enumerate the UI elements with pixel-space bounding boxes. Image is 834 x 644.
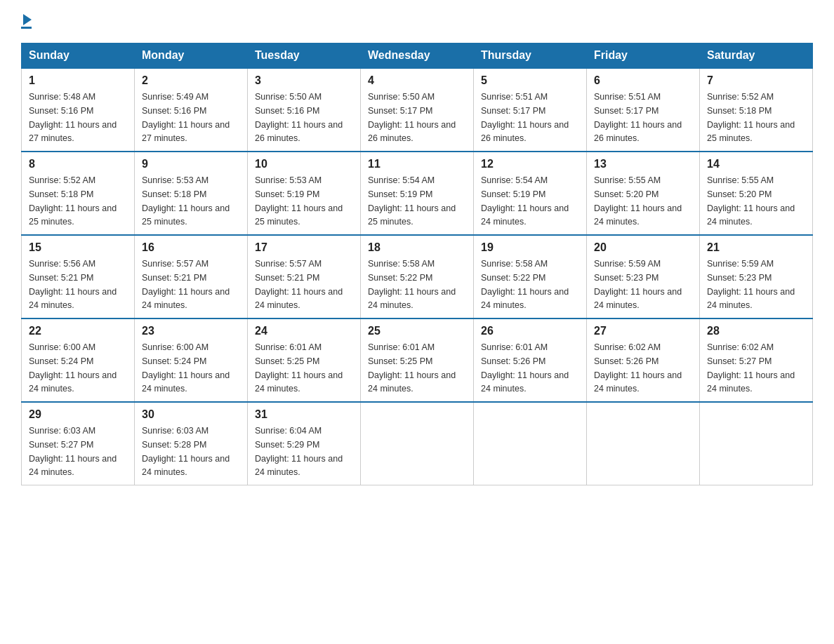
day-info: Sunrise: 5:54 AMSunset: 5:19 PMDaylight:…	[368, 175, 456, 227]
calendar-cell: 25 Sunrise: 6:01 AMSunset: 5:25 PMDaylig…	[361, 318, 474, 402]
day-info: Sunrise: 5:59 AMSunset: 5:23 PMDaylight:…	[707, 259, 795, 310]
calendar-header-wednesday: Wednesday	[361, 43, 474, 69]
logo-arrow-icon	[23, 14, 32, 25]
day-info: Sunrise: 6:04 AMSunset: 5:29 PMDaylight:…	[255, 426, 343, 477]
day-number: 25	[368, 325, 466, 337]
day-number: 12	[481, 158, 579, 170]
calendar-cell: 28 Sunrise: 6:02 AMSunset: 5:27 PMDaylig…	[700, 318, 813, 402]
day-info: Sunrise: 5:51 AMSunset: 5:17 PMDaylight:…	[594, 92, 682, 143]
day-number: 18	[368, 241, 466, 254]
calendar-cell: 20 Sunrise: 5:59 AMSunset: 5:23 PMDaylig…	[587, 235, 700, 318]
day-number: 14	[707, 158, 805, 170]
day-info: Sunrise: 5:58 AMSunset: 5:22 PMDaylight:…	[481, 259, 569, 310]
calendar-cell: 4 Sunrise: 5:50 AMSunset: 5:17 PMDayligh…	[361, 68, 474, 152]
calendar-week-row: 8 Sunrise: 5:52 AMSunset: 5:18 PMDayligh…	[22, 152, 813, 235]
day-info: Sunrise: 5:53 AMSunset: 5:18 PMDaylight:…	[142, 175, 230, 227]
day-info: Sunrise: 5:53 AMSunset: 5:19 PMDaylight:…	[255, 175, 343, 227]
day-info: Sunrise: 6:00 AMSunset: 5:24 PMDaylight:…	[142, 342, 230, 394]
calendar-header-tuesday: Tuesday	[248, 43, 361, 69]
calendar-cell: 5 Sunrise: 5:51 AMSunset: 5:17 PMDayligh…	[474, 68, 587, 152]
day-number: 29	[29, 408, 127, 421]
logo-blue-part	[21, 14, 32, 25]
day-info: Sunrise: 6:00 AMSunset: 5:24 PMDaylight:…	[29, 342, 117, 394]
logo-underline	[21, 27, 32, 29]
day-number: 8	[29, 158, 127, 170]
calendar-header-row: SundayMondayTuesdayWednesdayThursdayFrid…	[22, 43, 813, 69]
day-number: 27	[594, 325, 692, 337]
day-info: Sunrise: 5:50 AMSunset: 5:17 PMDaylight:…	[368, 92, 456, 143]
calendar-cell: 31 Sunrise: 6:04 AMSunset: 5:29 PMDaylig…	[248, 402, 361, 485]
calendar-cell: 21 Sunrise: 5:59 AMSunset: 5:23 PMDaylig…	[700, 235, 813, 318]
day-info: Sunrise: 6:01 AMSunset: 5:25 PMDaylight:…	[255, 342, 343, 394]
calendar-header-monday: Monday	[135, 43, 248, 69]
day-info: Sunrise: 6:03 AMSunset: 5:27 PMDaylight:…	[29, 426, 117, 477]
calendar-header-thursday: Thursday	[474, 43, 587, 69]
day-info: Sunrise: 6:01 AMSunset: 5:26 PMDaylight:…	[481, 342, 569, 394]
day-info: Sunrise: 5:52 AMSunset: 5:18 PMDaylight:…	[707, 92, 795, 143]
day-number: 3	[255, 74, 353, 87]
day-info: Sunrise: 5:48 AMSunset: 5:16 PMDaylight:…	[29, 92, 117, 143]
calendar-cell: 9 Sunrise: 5:53 AMSunset: 5:18 PMDayligh…	[135, 152, 248, 235]
logo	[21, 14, 32, 29]
calendar-table: SundayMondayTuesdayWednesdayThursdayFrid…	[21, 43, 813, 485]
calendar-week-row: 15 Sunrise: 5:56 AMSunset: 5:21 PMDaylig…	[22, 235, 813, 318]
day-info: Sunrise: 6:01 AMSunset: 5:25 PMDaylight:…	[368, 342, 456, 394]
calendar-cell: 18 Sunrise: 5:58 AMSunset: 5:22 PMDaylig…	[361, 235, 474, 318]
calendar-cell: 15 Sunrise: 5:56 AMSunset: 5:21 PMDaylig…	[22, 235, 135, 318]
day-number: 24	[255, 325, 353, 337]
day-info: Sunrise: 5:52 AMSunset: 5:18 PMDaylight:…	[29, 175, 117, 227]
day-info: Sunrise: 5:57 AMSunset: 5:21 PMDaylight:…	[142, 259, 230, 310]
calendar-cell: 13 Sunrise: 5:55 AMSunset: 5:20 PMDaylig…	[587, 152, 700, 235]
day-info: Sunrise: 5:54 AMSunset: 5:19 PMDaylight:…	[481, 175, 569, 227]
calendar-cell: 23 Sunrise: 6:00 AMSunset: 5:24 PMDaylig…	[135, 318, 248, 402]
day-info: Sunrise: 5:57 AMSunset: 5:21 PMDaylight:…	[255, 259, 343, 310]
day-info: Sunrise: 5:49 AMSunset: 5:16 PMDaylight:…	[142, 92, 230, 143]
day-number: 7	[707, 74, 805, 87]
day-number: 11	[368, 158, 466, 170]
day-number: 22	[29, 325, 127, 337]
calendar-cell	[587, 402, 700, 485]
calendar-header-saturday: Saturday	[700, 43, 813, 69]
day-number: 9	[142, 158, 240, 170]
day-number: 20	[594, 241, 692, 254]
calendar-cell: 26 Sunrise: 6:01 AMSunset: 5:26 PMDaylig…	[474, 318, 587, 402]
day-number: 2	[142, 74, 240, 87]
calendar-cell	[474, 402, 587, 485]
calendar-cell: 30 Sunrise: 6:03 AMSunset: 5:28 PMDaylig…	[135, 402, 248, 485]
calendar-cell: 7 Sunrise: 5:52 AMSunset: 5:18 PMDayligh…	[700, 68, 813, 152]
calendar-cell: 22 Sunrise: 6:00 AMSunset: 5:24 PMDaylig…	[22, 318, 135, 402]
day-info: Sunrise: 5:56 AMSunset: 5:21 PMDaylight:…	[29, 259, 117, 310]
calendar-week-row: 22 Sunrise: 6:00 AMSunset: 5:24 PMDaylig…	[22, 318, 813, 402]
day-info: Sunrise: 5:55 AMSunset: 5:20 PMDaylight:…	[707, 175, 795, 227]
calendar-header-friday: Friday	[587, 43, 700, 69]
calendar-week-row: 29 Sunrise: 6:03 AMSunset: 5:27 PMDaylig…	[22, 402, 813, 485]
day-info: Sunrise: 6:02 AMSunset: 5:27 PMDaylight:…	[707, 342, 795, 394]
calendar-cell: 1 Sunrise: 5:48 AMSunset: 5:16 PMDayligh…	[22, 68, 135, 152]
calendar-cell: 10 Sunrise: 5:53 AMSunset: 5:19 PMDaylig…	[248, 152, 361, 235]
calendar-cell: 17 Sunrise: 5:57 AMSunset: 5:21 PMDaylig…	[248, 235, 361, 318]
day-number: 10	[255, 158, 353, 170]
day-info: Sunrise: 6:02 AMSunset: 5:26 PMDaylight:…	[594, 342, 682, 394]
day-number: 19	[481, 241, 579, 254]
calendar-cell: 14 Sunrise: 5:55 AMSunset: 5:20 PMDaylig…	[700, 152, 813, 235]
calendar-cell: 29 Sunrise: 6:03 AMSunset: 5:27 PMDaylig…	[22, 402, 135, 485]
day-number: 31	[255, 408, 353, 421]
day-info: Sunrise: 5:51 AMSunset: 5:17 PMDaylight:…	[481, 92, 569, 143]
calendar-cell: 27 Sunrise: 6:02 AMSunset: 5:26 PMDaylig…	[587, 318, 700, 402]
calendar-cell	[700, 402, 813, 485]
day-number: 1	[29, 74, 127, 87]
calendar-cell	[361, 402, 474, 485]
day-number: 13	[594, 158, 692, 170]
calendar-week-row: 1 Sunrise: 5:48 AMSunset: 5:16 PMDayligh…	[22, 68, 813, 152]
day-info: Sunrise: 5:58 AMSunset: 5:22 PMDaylight:…	[368, 259, 456, 310]
day-info: Sunrise: 5:59 AMSunset: 5:23 PMDaylight:…	[594, 259, 682, 310]
day-number: 16	[142, 241, 240, 254]
calendar-cell: 2 Sunrise: 5:49 AMSunset: 5:16 PMDayligh…	[135, 68, 248, 152]
day-number: 26	[481, 325, 579, 337]
day-number: 4	[368, 74, 466, 87]
calendar-cell: 12 Sunrise: 5:54 AMSunset: 5:19 PMDaylig…	[474, 152, 587, 235]
calendar-cell: 6 Sunrise: 5:51 AMSunset: 5:17 PMDayligh…	[587, 68, 700, 152]
calendar-cell: 11 Sunrise: 5:54 AMSunset: 5:19 PMDaylig…	[361, 152, 474, 235]
day-number: 30	[142, 408, 240, 421]
day-info: Sunrise: 5:50 AMSunset: 5:16 PMDaylight:…	[255, 92, 343, 143]
